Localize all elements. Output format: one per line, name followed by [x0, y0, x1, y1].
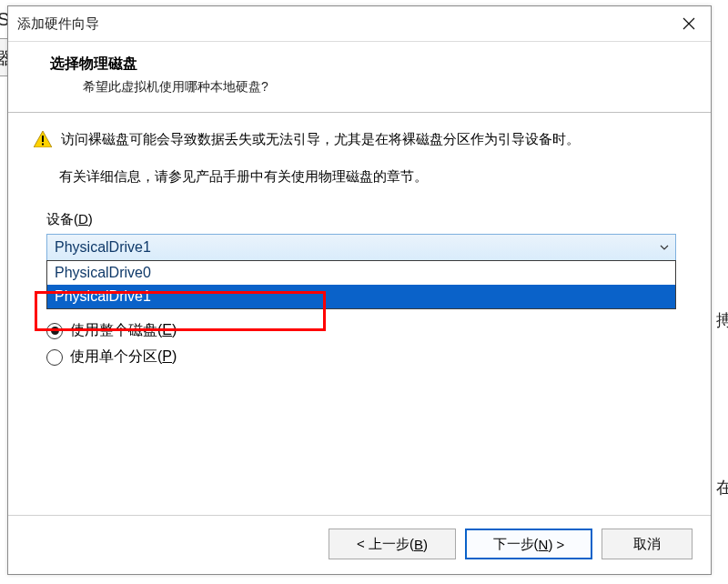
device-selected-value: PhysicalDrive1	[47, 239, 151, 256]
wizard-button-row: < 上一步(B) 下一步(N) > 取消	[329, 529, 693, 559]
device-combobox[interactable]: PhysicalDrive1	[46, 234, 676, 261]
usage-option-whole-disk[interactable]: 使用整个磁盘(E)	[46, 321, 682, 340]
wizard-header: 选择物理磁盘 希望此虚拟机使用哪种本地硬盘?	[8, 42, 711, 112]
background-text: 在	[716, 477, 728, 498]
device-option-1[interactable]: PhysicalDrive1	[47, 285, 675, 308]
page-subtitle: 希望此虚拟机使用哪种本地硬盘?	[50, 79, 689, 96]
usage-group: 使用整个磁盘(E) 使用单个分区(P)	[34, 321, 682, 367]
background-text: 搏	[716, 309, 728, 331]
radio-icon	[46, 323, 63, 339]
next-button[interactable]: 下一步(N) >	[465, 529, 592, 559]
svg-rect-3	[42, 136, 44, 142]
add-hardware-wizard-dialog: 添加硬件向导 选择物理磁盘 希望此虚拟机使用哪种本地硬盘? 访问裸磁盘可能会导	[7, 5, 712, 575]
cancel-button[interactable]: 取消	[602, 529, 693, 559]
usage-option-single-partition[interactable]: 使用单个分区(P)	[46, 347, 682, 367]
dialog-title: 添加硬件向导	[17, 15, 99, 33]
device-option-0[interactable]: PhysicalDrive0	[47, 261, 675, 285]
close-button[interactable]	[667, 6, 711, 41]
device-dropdown: PhysicalDrive0 PhysicalDrive1	[46, 260, 676, 309]
close-icon	[682, 17, 695, 30]
wizard-body: 访问裸磁盘可能会导致数据丢失或无法引导，尤其是在将裸磁盘分区作为引导设备时。 有…	[8, 113, 711, 367]
page-title: 选择物理磁盘	[50, 55, 689, 74]
radio-icon	[46, 349, 63, 366]
warning-icon	[34, 131, 52, 150]
svg-rect-4	[42, 144, 44, 146]
warning-text: 访问裸磁盘可能会导致数据丢失或无法引导，尤其是在将裸磁盘分区作为引导设备时。	[61, 129, 580, 150]
info-text: 有关详细信息，请参见产品手册中有关使用物理磁盘的章节。	[34, 168, 682, 186]
chevron-down-icon	[660, 245, 669, 250]
radio-label: 使用整个磁盘(E)	[70, 321, 177, 340]
titlebar: 添加硬件向导	[8, 6, 711, 41]
warning-row: 访问裸磁盘可能会导致数据丢失或无法引导，尤其是在将裸磁盘分区作为引导设备时。	[34, 129, 682, 150]
back-button[interactable]: < 上一步(B)	[329, 529, 456, 559]
radio-label: 使用单个分区(P)	[70, 347, 177, 367]
combobox-arrow[interactable]	[653, 235, 675, 260]
device-label: 设备(D)	[34, 211, 682, 228]
